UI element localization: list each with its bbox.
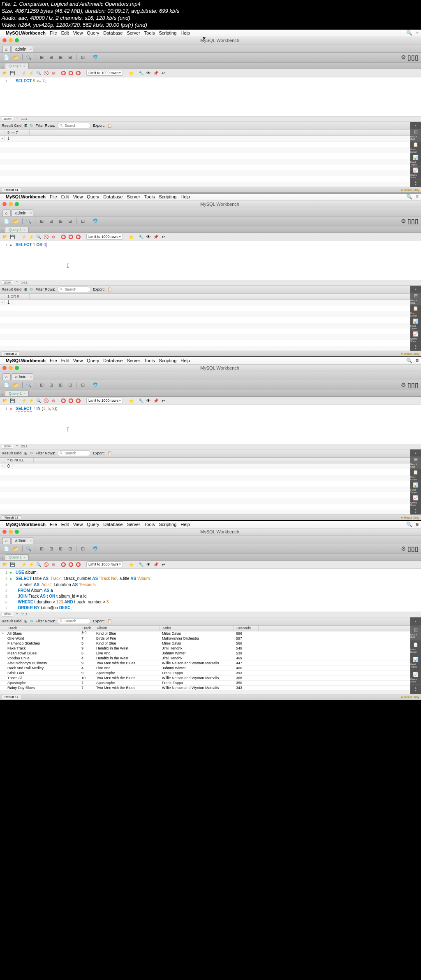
gear-icon[interactable]: ⚙ — [401, 382, 406, 388]
menu-tools[interactable]: Tools — [144, 30, 155, 35]
menu-database[interactable]: Database — [103, 358, 123, 363]
commit-icon[interactable]: ⭕ — [60, 561, 67, 568]
export-icon[interactable]: 📋 — [107, 451, 112, 455]
result-cell[interactable]: 406 — [234, 666, 258, 670]
result-cell[interactable]: 1 — [5, 136, 13, 141]
result-cell[interactable]: 9 — [79, 661, 94, 666]
side-tab-types[interactable]: 📊Field Types — [410, 482, 421, 495]
result-cell[interactable]: 696 — [234, 631, 258, 636]
home-tab[interactable]: ⌂ — [2, 210, 11, 216]
result-cell[interactable]: 9 — [79, 671, 94, 675]
row-marker[interactable]: ▸ — [0, 300, 5, 305]
find-icon[interactable]: 🔧 — [138, 70, 144, 76]
result-cell[interactable]: Apostrophe — [94, 681, 160, 685]
result-cell[interactable]: Frank Zappa — [160, 681, 234, 685]
home-tab[interactable]: ⌂ — [2, 537, 11, 544]
menu-edit[interactable]: Edit — [61, 30, 69, 35]
close-window-button[interactable] — [2, 202, 7, 206]
execute-cursor-icon[interactable]: ⚡ — [28, 561, 35, 568]
column-header[interactable]: 9 >= 7 — [5, 130, 30, 135]
result-cell[interactable]: Mahavishnu Orchestra — [160, 636, 234, 641]
wrap-icon[interactable]: ↩ — [160, 397, 167, 404]
menu-edit[interactable]: Edit — [61, 522, 69, 527]
explain-icon[interactable]: 🔍 — [35, 233, 42, 240]
expand-icon[interactable]: ▸ — [2, 556, 3, 560]
db-icon[interactable]: ⊞ — [47, 54, 55, 61]
menu-icon[interactable]: ≡ — [416, 521, 419, 527]
result-cell[interactable]: That's All — [5, 676, 79, 680]
table-row[interactable]: ▸ All Blues 4 Kind of Blue Miles Davis 6… — [0, 631, 421, 636]
autocommit-icon[interactable]: ⭕ — [75, 233, 81, 240]
menu-query[interactable]: Query — [87, 522, 99, 527]
menu-tools[interactable]: Tools — [144, 522, 155, 527]
table-row[interactable]: Rock And Roll Medley 4 Live And Johnny W… — [0, 666, 421, 671]
connection-tab[interactable]: admin× — [12, 373, 33, 380]
db-icon[interactable]: ⊞ — [66, 545, 74, 552]
menu-server[interactable]: Server — [127, 194, 140, 199]
minimize-window-button[interactable] — [9, 530, 13, 534]
side-tab-stats[interactable]: 📈Query Stats — [410, 494, 421, 507]
execute-icon[interactable]: ⚡ — [21, 233, 27, 240]
minimize-window-button[interactable] — [9, 366, 13, 370]
menu-server[interactable]: Server — [127, 30, 140, 35]
filter-input[interactable] — [58, 286, 90, 292]
open-sql-icon[interactable]: 📂 — [12, 217, 20, 225]
side-tab-grid[interactable]: ⊞Result Grid — [410, 129, 421, 142]
row-marker[interactable]: ▸ — [0, 136, 5, 141]
autocommit-icon[interactable]: ⭕ — [75, 70, 81, 76]
save-file-icon[interactable]: 💾 — [9, 561, 16, 568]
menu-server[interactable]: Server — [127, 522, 140, 527]
table-row[interactable]: Fake Track 9 Hendrix in the West Jimi He… — [0, 646, 421, 651]
result-cell[interactable]: Kind of Blue — [94, 631, 160, 636]
explain-icon[interactable]: 🔍 — [35, 561, 42, 568]
new-sql-tab-icon[interactable]: 📄 — [2, 381, 11, 389]
gear-icon[interactable]: ⚙ — [401, 54, 406, 61]
execute-icon[interactable]: ⚡ — [21, 397, 27, 404]
spotlight-icon[interactable]: 🔍 — [406, 30, 412, 36]
stop-icon[interactable]: ⊘ — [50, 70, 57, 76]
filter-input[interactable] — [58, 618, 90, 624]
side-tab-form[interactable]: 📋Form Editor — [410, 305, 421, 318]
result-cell[interactable]: Flamenco Sketches — [5, 641, 79, 646]
rollback-icon[interactable]: ⭕ — [67, 397, 74, 404]
result-cell[interactable]: 343 — [234, 686, 258, 690]
result-tab[interactable]: Result 3 — [2, 351, 19, 356]
result-cell[interactable]: 7 — [79, 681, 94, 685]
menu-query[interactable]: Query — [87, 358, 99, 363]
save-file-icon[interactable]: 💾 — [9, 70, 16, 76]
side-tab-types[interactable]: 📊Field Types — [410, 655, 421, 670]
db-icon[interactable]: ⊞ — [47, 217, 55, 225]
result-cell[interactable]: Rainy Day Blues — [5, 686, 79, 690]
result-cell[interactable]: 393 — [234, 671, 258, 675]
result-cell[interactable]: 9 — [79, 646, 94, 651]
column-header[interactable]: Seconds — [234, 626, 259, 631]
export-icon[interactable]: 📋 — [107, 619, 112, 623]
new-sql-tab-icon[interactable]: 📄 — [2, 545, 11, 552]
result-cell[interactable]: All Blues — [5, 631, 79, 636]
result-cell[interactable]: 7 — [79, 636, 94, 641]
rollback-icon[interactable]: ⭕ — [67, 70, 74, 76]
stop-icon[interactable]: ⊘ — [50, 397, 57, 404]
result-cell[interactable]: Live And — [94, 651, 160, 656]
stop-icon[interactable]: 🚫 — [43, 233, 49, 240]
result-cell[interactable]: 368 — [234, 676, 258, 680]
limit-rows-dropdown[interactable]: Limit to 1000 rows ▾ — [86, 561, 123, 567]
menu-server[interactable]: Server — [127, 358, 140, 363]
menu-file[interactable]: File — [50, 30, 57, 35]
export-icon[interactable]: 📋 — [107, 287, 112, 291]
stop-icon[interactable]: ⊘ — [50, 233, 57, 240]
menu-scripting[interactable]: Scripting — [159, 358, 177, 363]
menu-help[interactable]: Help — [180, 358, 190, 363]
result-cell[interactable]: 0 — [5, 463, 13, 469]
close-window-button[interactable] — [2, 366, 7, 370]
beautify-icon[interactable]: ⭐ — [128, 233, 134, 240]
result-cell[interactable]: Miles Davis — [160, 631, 234, 636]
db-icon[interactable]: ⊞ — [47, 381, 55, 389]
side-tab-types[interactable]: 📊Field Types — [410, 318, 421, 331]
grid-icon[interactable]: ⊞ — [24, 451, 28, 455]
inspector-icon[interactable]: 🔍 — [25, 217, 33, 225]
panel-toggle-icon[interactable]: ▯▯▯ — [407, 545, 419, 553]
result-cell[interactable]: 566 — [234, 641, 258, 646]
open-file-icon[interactable]: 📂 — [2, 561, 8, 568]
find-icon[interactable]: 🔧 — [138, 561, 144, 568]
